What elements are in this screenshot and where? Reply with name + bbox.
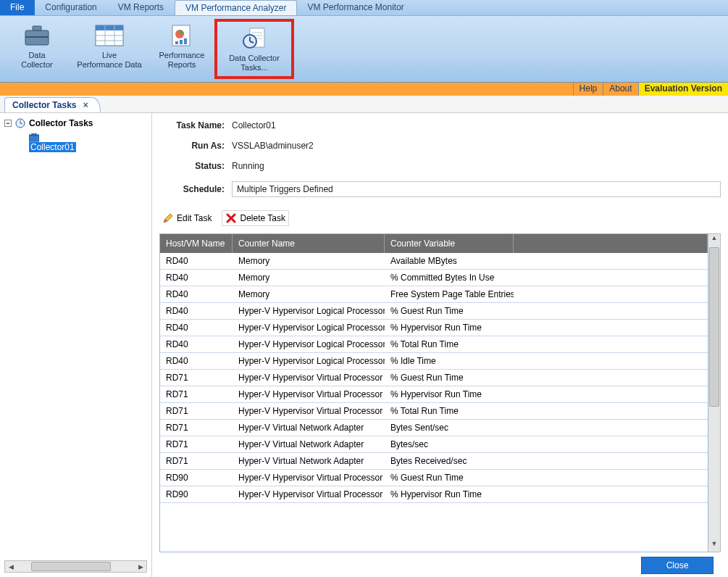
table-cell: RD40 — [160, 339, 233, 349]
help-link[interactable]: Help — [573, 83, 603, 96]
menu-tab-configuration[interactable]: Configuration — [35, 0, 107, 15]
col-counter-variable[interactable]: Counter Variable — [385, 234, 514, 253]
table-row[interactable]: RD71Hyper-V Virtual Network AdapterBytes… — [160, 420, 708, 436]
status-value: Running — [232, 161, 264, 171]
tree-pane: − Collector Tasks Collector01 ◀ ▶ — [0, 113, 152, 577]
ribbon: Data Collector Live Performance Data Per… — [0, 16, 728, 83]
grid-icon — [70, 22, 149, 49]
counters-grid: Host/VM Name Counter Name Counter Variab… — [159, 233, 708, 552]
table-cell: RD71 — [160, 406, 233, 416]
table-cell: % Guest Run Time — [385, 473, 514, 483]
table-cell: Hyper-V Hypervisor Logical Processor — [233, 323, 385, 333]
collapse-icon[interactable]: − — [4, 120, 12, 127]
scroll-left-icon[interactable]: ◀ — [5, 563, 17, 570]
close-tab-icon[interactable]: × — [83, 100, 88, 110]
table-cell: % Guest Run Time — [385, 373, 514, 383]
table-cell: Bytes Received/sec — [385, 456, 514, 466]
col-empty[interactable] — [514, 234, 708, 253]
tree-horizontal-scrollbar[interactable]: ◀ ▶ — [4, 560, 147, 573]
table-row[interactable]: RD40Hyper-V Hypervisor Logical Processor… — [160, 303, 708, 320]
table-cell: RD40 — [160, 323, 233, 333]
table-cell: Bytes Sent/sec — [385, 423, 514, 433]
table-cell: RD40 — [160, 356, 233, 366]
tree-root[interactable]: − Collector Tasks — [4, 117, 147, 129]
task-item-icon — [29, 133, 147, 142]
edit-task-button[interactable]: Edit Task — [159, 210, 214, 226]
scroll-thumb[interactable] — [31, 562, 111, 571]
table-cell: Hyper-V Hypervisor Virtual Processor — [233, 489, 385, 499]
ribbon-highlight-box: Data Collector Tasks... — [214, 19, 294, 79]
table-row[interactable]: RD71Hyper-V Hypervisor Virtual Processor… — [160, 403, 708, 420]
table-cell: RD71 — [160, 456, 233, 466]
table-row[interactable]: RD40Memory% Committed Bytes In Use — [160, 270, 708, 286]
ribbon-performance-reports[interactable]: Performance Reports — [149, 19, 214, 79]
table-cell: Memory — [233, 289, 385, 299]
clock-doc-icon — [217, 25, 291, 52]
svg-rect-4 — [96, 25, 123, 30]
table-cell: % Guest Run Time — [385, 306, 514, 316]
run-as-value: VSSLAB\adminuser2 — [232, 141, 314, 151]
table-row[interactable]: RD40Hyper-V Hypervisor Logical Processor… — [160, 353, 708, 370]
collector-tasks-tab[interactable]: Collector Tasks × — [4, 97, 101, 112]
tree-root-label: Collector Tasks — [29, 118, 93, 128]
scroll-right-icon[interactable]: ▶ — [135, 563, 146, 570]
svg-rect-1 — [33, 26, 41, 30]
table-cell: Memory — [233, 273, 385, 283]
grid-vertical-scrollbar[interactable]: ▲ ▼ — [708, 233, 721, 552]
table-cell: Hyper-V Hypervisor Logical Processor — [233, 339, 385, 349]
menu-tab-file[interactable]: File — [0, 0, 35, 15]
schedule-value: Multiple Triggers Defined — [232, 181, 721, 197]
close-button[interactable]: Close — [641, 557, 714, 574]
table-row[interactable]: RD71Hyper-V Hypervisor Virtual Processor… — [160, 370, 708, 386]
svg-rect-2 — [25, 36, 49, 38]
table-cell: Free System Page Table Entries — [385, 289, 514, 299]
table-cell: RD71 — [160, 389, 233, 399]
schedule-label: Schedule: — [159, 184, 225, 194]
briefcase-icon — [4, 22, 70, 49]
svg-rect-25 — [32, 133, 36, 136]
ribbon-data-collector-tasks[interactable]: Data Collector Tasks... — [217, 22, 291, 72]
table-row[interactable]: RD40Hyper-V Hypervisor Logical Processor… — [160, 336, 708, 353]
table-row[interactable]: RD71Hyper-V Hypervisor Virtual Processor… — [160, 386, 708, 403]
col-host-vm-name[interactable]: Host/VM Name — [160, 234, 233, 253]
table-row[interactable]: RD71Hyper-V Virtual Network AdapterBytes… — [160, 436, 708, 453]
main-body: − Collector Tasks Collector01 ◀ ▶ Task N… — [0, 113, 728, 577]
table-cell: % Total Run Time — [385, 339, 514, 349]
table-row[interactable]: RD90Hyper-V Hypervisor Virtual Processor… — [160, 470, 708, 486]
table-row[interactable]: RD90Hyper-V Hypervisor Virtual Processor… — [160, 486, 708, 503]
table-cell: % Committed Bytes In Use — [385, 273, 514, 283]
menu-tab-vm-performance-analyzer[interactable]: VM Performance Analyzer — [175, 0, 297, 15]
table-cell: Hyper-V Virtual Network Adapter — [233, 439, 385, 449]
menu-tab-vm-reports[interactable]: VM Reports — [108, 0, 175, 15]
table-row[interactable]: RD40MemoryAvailable MBytes — [160, 253, 708, 270]
tree-item-label: Collector01 — [29, 142, 76, 152]
scroll-down-icon[interactable]: ▼ — [708, 540, 720, 552]
status-label: Status: — [159, 161, 225, 171]
table-cell: Hyper-V Hypervisor Logical Processor — [233, 306, 385, 316]
tree-item-collector01[interactable]: Collector01 — [29, 133, 147, 152]
ribbon-data-collector[interactable]: Data Collector — [4, 19, 70, 79]
delete-task-button[interactable]: Delete Task — [222, 210, 288, 226]
table-cell: RD40 — [160, 289, 233, 299]
table-cell: Hyper-V Hypervisor Virtual Processor — [233, 406, 385, 416]
scroll-up-icon[interactable]: ▲ — [708, 234, 720, 246]
col-counter-name[interactable]: Counter Name — [233, 234, 385, 253]
menu-tab-vm-performance-monitor[interactable]: VM Performance Monitor — [297, 0, 414, 15]
delete-x-icon — [225, 212, 237, 224]
table-row[interactable]: RD71Hyper-V Virtual Network AdapterBytes… — [160, 453, 708, 470]
table-cell: % Total Run Time — [385, 406, 514, 416]
table-row[interactable]: RD40Hyper-V Hypervisor Logical Processor… — [160, 320, 708, 336]
table-cell: Hyper-V Hypervisor Virtual Processor — [233, 389, 385, 399]
about-link[interactable]: About — [603, 83, 637, 96]
scroll-thumb[interactable] — [709, 247, 719, 407]
report-icon — [149, 22, 214, 49]
table-cell: Hyper-V Hypervisor Virtual Processor — [233, 473, 385, 483]
table-cell: Hyper-V Virtual Network Adapter — [233, 456, 385, 466]
table-row[interactable]: RD40MemoryFree System Page Table Entries — [160, 286, 708, 303]
table-cell: % Hypervisor Run Time — [385, 389, 514, 399]
table-cell: Hyper-V Hypervisor Virtual Processor — [233, 373, 385, 383]
pencil-icon — [162, 212, 174, 224]
table-cell: RD71 — [160, 439, 233, 449]
table-cell: RD40 — [160, 273, 233, 283]
ribbon-live-performance-data[interactable]: Live Performance Data — [70, 19, 149, 79]
